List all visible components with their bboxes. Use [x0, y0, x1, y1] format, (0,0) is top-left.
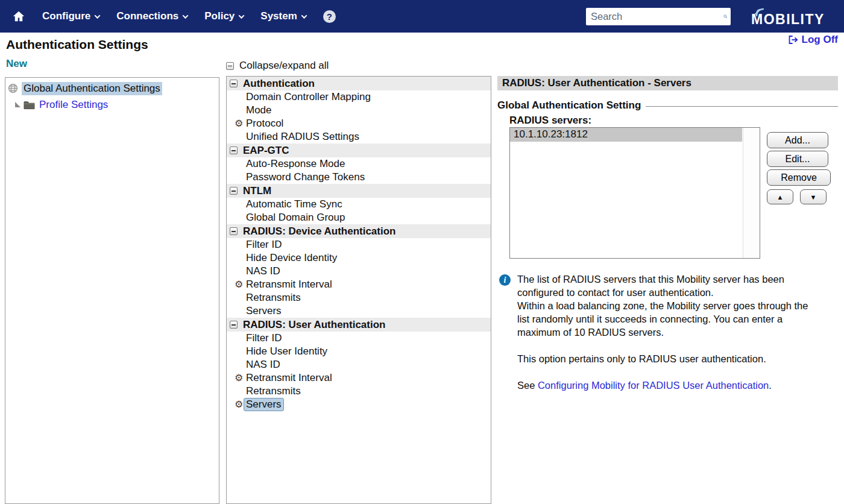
info-icon: i — [499, 274, 511, 286]
collapse-section-icon[interactable] — [230, 321, 238, 329]
info-block: i The list of RADIUS servers that this M… — [499, 272, 838, 392]
tree-item[interactable]: Hide Device Identity — [227, 251, 491, 265]
tree-item[interactable]: Filter ID — [227, 332, 491, 345]
server-list-item[interactable]: 10.1.10.23:1812 — [510, 128, 742, 142]
tree-item[interactable]: Servers — [227, 304, 491, 318]
tree-section-authentication[interactable]: Authentication — [227, 77, 491, 90]
folder-icon — [24, 100, 35, 110]
gear-icon: ⚙ — [235, 400, 243, 409]
svg-text:MOBILITY: MOBILITY — [751, 11, 825, 27]
info-text: The list of RADIUS servers that this Mob… — [517, 272, 822, 392]
menu-configure-label: Configure — [42, 10, 90, 22]
tree-item[interactable]: Hide User Identity — [227, 345, 491, 358]
tree-item[interactable]: Mode — [227, 104, 491, 117]
globe-icon — [8, 83, 18, 93]
tree-item-label: Unified RADIUS Settings — [246, 131, 359, 143]
global-auth-settings-item[interactable]: Global Authentication Settings — [5, 80, 219, 96]
collapse-section-icon[interactable] — [230, 146, 238, 154]
tree-section-title: RADIUS: User Authentication — [243, 319, 385, 331]
tree-item-label: Filter ID — [246, 332, 282, 344]
chevron-down-icon — [183, 13, 189, 19]
menu-configure[interactable]: Configure — [42, 10, 99, 22]
search-input[interactable] — [591, 11, 723, 22]
tree-item-label: NAS ID — [246, 265, 280, 277]
chevron-down-icon — [95, 13, 101, 19]
gear-icon: ⚙ — [235, 119, 243, 128]
group-title: Global Authentication Setting — [497, 99, 641, 112]
detail-header: RADIUS: User Authentication - Servers — [497, 76, 838, 90]
gear-icon: ⚙ — [235, 373, 243, 383]
tree-item[interactable]: Password Change Tokens — [227, 171, 491, 184]
search-icon[interactable] — [723, 11, 728, 22]
move-down-button[interactable]: ▼ — [800, 189, 827, 204]
tree-item[interactable]: Retransmits — [227, 385, 491, 398]
tree-item[interactable]: NAS ID — [227, 358, 491, 371]
tree-section-title: RADIUS: Device Authentication — [243, 225, 395, 238]
tree-item[interactable]: Global Domain Group — [227, 211, 491, 224]
radius-docs-link[interactable]: Configuring Mobility for RADIUS User Aut… — [538, 380, 769, 391]
tree-item-servers-selected[interactable]: ⚙Servers — [227, 398, 491, 411]
top-navbar: Configure Connections Policy System ? MO… — [0, 0, 844, 33]
help-icon[interactable]: ? — [323, 10, 336, 23]
tree-item-label: Hide User Identity — [246, 345, 327, 358]
collapse-section-icon[interactable] — [230, 187, 238, 195]
settings-scope-panel: Global Authentication Settings Profile S… — [5, 77, 219, 504]
page-title: Authentication Settings — [6, 37, 148, 52]
tree-section-title: Authentication — [243, 78, 315, 90]
tree-section-title: EAP-GTC — [243, 145, 289, 157]
radius-servers-label: RADIUS servers: — [509, 115, 591, 127]
mobility-logo: MOBILITY — [750, 5, 840, 27]
add-button[interactable]: Add... — [767, 132, 828, 148]
tree-expander-icon[interactable] — [15, 102, 20, 107]
logoff-icon — [788, 35, 798, 45]
chevron-down-icon — [239, 13, 245, 19]
collapse-all-icon[interactable] — [226, 62, 234, 70]
tree-item[interactable]: Automatic Time Sync — [227, 198, 491, 211]
collapse-section-icon[interactable] — [230, 80, 238, 87]
info-paragraph-1: The list of RADIUS servers that this Mob… — [517, 272, 822, 339]
tree-section-eap-gtc[interactable]: EAP-GTC — [227, 143, 491, 157]
tree-section-radius-device[interactable]: RADIUS: Device Authentication — [227, 224, 491, 238]
tree-item-label: Filter ID — [246, 239, 282, 251]
tree-item-label: Mode — [246, 104, 272, 116]
tree-item[interactable]: Unified RADIUS Settings — [227, 130, 491, 143]
tree-item-label: Automatic Time Sync — [246, 198, 342, 210]
tree-item[interactable]: ⚙Retransmit Interval — [227, 278, 491, 291]
collapse-all-label: Collapse/expand all — [239, 60, 329, 72]
tree-item[interactable]: Retransmits — [227, 291, 491, 304]
listbox-scrollbar[interactable] — [743, 128, 760, 258]
tree-item[interactable]: Auto-Response Mode — [227, 157, 491, 171]
logoff-label: Log Off — [802, 34, 838, 46]
menu-connections-label: Connections — [116, 10, 178, 22]
collapse-expand-all[interactable]: Collapse/expand all — [226, 60, 329, 72]
move-up-button[interactable]: ▲ — [767, 189, 793, 204]
tree-section-radius-user[interactable]: RADIUS: User Authentication — [227, 318, 491, 332]
tree-item-label: Domain Controller Mapping — [246, 91, 371, 103]
tree-item[interactable]: Filter ID — [227, 238, 491, 251]
tree-section-ntlm[interactable]: NTLM — [227, 184, 491, 198]
tree-item-label: Auto-Response Mode — [246, 158, 345, 170]
reorder-buttons: ▲ ▼ — [767, 189, 831, 204]
tree-item[interactable]: ⚙Retransmit Interval — [227, 371, 491, 385]
chevron-down-icon — [301, 13, 307, 19]
edit-button[interactable]: Edit... — [767, 151, 828, 167]
collapse-section-icon[interactable] — [230, 227, 238, 235]
menu-connections[interactable]: Connections — [116, 10, 187, 22]
remove-button[interactable]: Remove — [767, 169, 831, 186]
info-paragraph-2: This option pertains only to RADIUS user… — [517, 352, 822, 365]
logoff-link[interactable]: Log Off — [788, 34, 838, 46]
tree-item-label: Protocol — [246, 118, 283, 130]
info-paragraph-3: See Configuring Mobility for RADIUS User… — [517, 379, 822, 392]
new-link[interactable]: New — [6, 58, 27, 70]
menu-policy[interactable]: Policy — [204, 10, 244, 22]
profile-settings-item[interactable]: Profile Settings — [5, 96, 219, 113]
menu-system[interactable]: System — [260, 10, 306, 22]
menu-policy-label: Policy — [204, 10, 235, 22]
tree-item[interactable]: NAS ID — [227, 265, 491, 278]
tree-item-label: Retransmits — [246, 385, 301, 397]
tree-item[interactable]: Domain Controller Mapping — [227, 90, 491, 104]
radius-servers-listbox[interactable]: 10.1.10.23:1812 — [509, 127, 760, 259]
home-icon[interactable] — [12, 10, 25, 23]
tree-item[interactable]: ⚙Protocol — [227, 117, 491, 130]
gear-icon: ⚙ — [235, 280, 243, 289]
